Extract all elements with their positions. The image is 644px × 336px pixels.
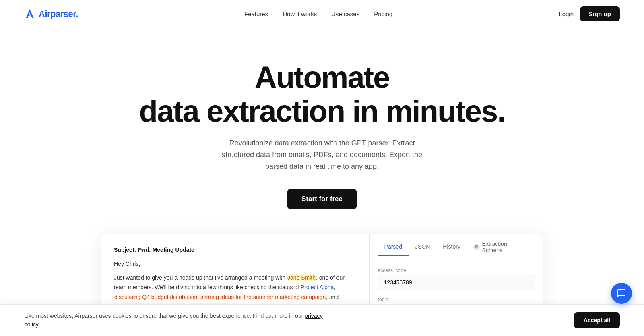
email-greeting: Hey Chris,: [114, 259, 357, 269]
nav-actions: Login Sign up: [559, 6, 620, 21]
tab-json[interactable]: JSON: [409, 237, 436, 256]
nav-how-it-works[interactable]: How it works: [283, 10, 317, 17]
cta-button[interactable]: Start for free: [287, 189, 357, 209]
cookie-banner: Like most websites, Airparser uses cooki…: [0, 304, 644, 336]
hero-section: Automate data extraction in minutes. Rev…: [0, 28, 644, 234]
chat-icon: [617, 288, 626, 298]
nav-links: Features How it works Use cases Pricing: [244, 10, 392, 17]
schema-icon: ⚙: [473, 244, 480, 250]
nav-use-cases[interactable]: Use cases: [331, 10, 359, 17]
field-topic-label: topic: [378, 297, 535, 302]
highlight-budget: discussing Q4 budget distribution, shari…: [114, 294, 328, 300]
tab-parsed[interactable]: Parsed: [378, 237, 409, 256]
field-access-code-value: 123456789: [378, 275, 535, 290]
tab-extraction-schema[interactable]: ⚙ Extraction Schema: [467, 234, 535, 259]
cookie-text: Like most websites, Airparser uses cooki…: [24, 312, 338, 329]
hero-subtext: Revolutionize data extraction with the G…: [217, 137, 427, 172]
hero-headline: Automate data extraction in minutes.: [8, 60, 636, 128]
nav-features[interactable]: Features: [244, 10, 268, 17]
login-button[interactable]: Login: [559, 10, 574, 17]
chat-button[interactable]: [611, 283, 632, 304]
demo-tabs: Parsed JSON History ⚙ Extraction Schema: [370, 234, 543, 259]
logo-text: Airparser.: [39, 9, 78, 19]
accept-cookies-button[interactable]: Accept all: [574, 312, 620, 328]
logo-icon: [24, 8, 35, 20]
highlight-project: Project Alpha: [301, 284, 334, 290]
highlight-name: Jane Smith: [287, 274, 316, 281]
field-access-code-label: access_code: [378, 268, 535, 273]
field-access-code: access_code 123456789: [378, 268, 535, 290]
nav-pricing[interactable]: Pricing: [374, 10, 392, 17]
logo[interactable]: Airparser.: [24, 8, 78, 20]
email-subject: Subject: Fwd: Meeting Update: [114, 245, 357, 255]
signup-button[interactable]: Sign up: [580, 6, 620, 21]
tab-history[interactable]: History: [436, 237, 467, 256]
navbar: Airparser. Features How it works Use cas…: [0, 0, 644, 28]
